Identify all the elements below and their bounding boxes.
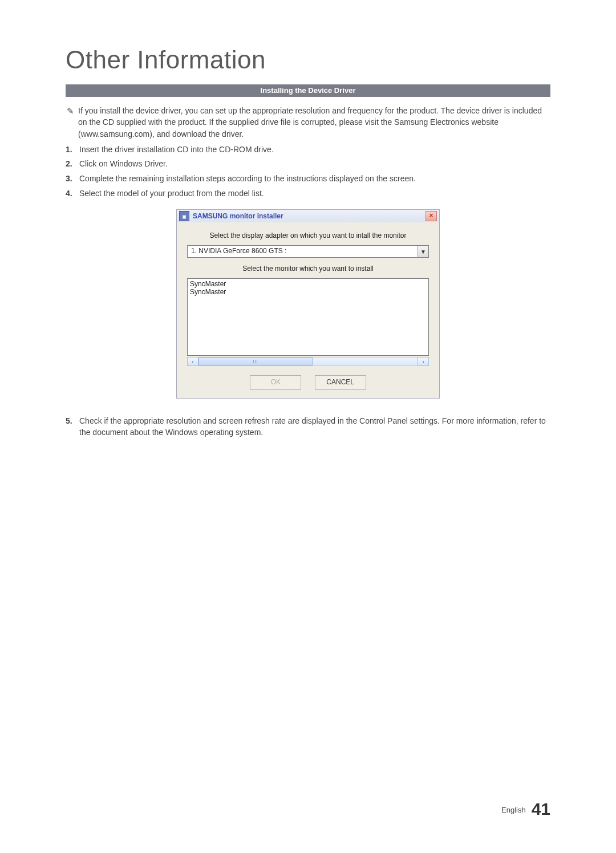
step-text: Insert the driver installation CD into t… — [79, 144, 550, 156]
note-icon: ✎ — [67, 105, 78, 117]
step-text: Check if the appropriate resolution and … — [79, 416, 550, 438]
dialog-titlebar: ▣ SAMSUNG monitor installer × — [177, 210, 439, 222]
app-icon: ▣ — [179, 211, 189, 221]
page-title: Other Information — [66, 46, 550, 74]
step-number: 4. — [66, 188, 79, 200]
adapter-label: Select the display adapter on which you … — [187, 231, 429, 239]
close-icon[interactable]: × — [425, 211, 437, 221]
step-number: 5. — [66, 416, 79, 438]
adapter-dropdown[interactable]: 1. NVIDIA GeForce 8600 GTS : ▼ — [187, 245, 429, 258]
list-item: 2. Click on Windows Driver. — [66, 159, 550, 170]
cancel-button[interactable]: CANCEL — [315, 375, 366, 390]
monitor-listbox[interactable]: SyncMaster SyncMaster — [187, 278, 429, 356]
adapter-dropdown-value: 1. NVIDIA GeForce 8600 GTS : — [188, 246, 418, 257]
dialog-title: SAMSUNG monitor installer — [193, 212, 283, 220]
monitor-label: Select the monitor which you want to ins… — [187, 265, 429, 273]
footer-language: English — [501, 806, 526, 814]
page-footer: English 41 — [501, 799, 550, 819]
step-number: 3. — [66, 173, 79, 185]
step-text: Click on Windows Driver. — [79, 159, 550, 170]
scroll-right-icon[interactable]: › — [418, 357, 429, 366]
list-item: 5. Check if the appropriate resolution a… — [66, 416, 550, 438]
list-item: 3. Complete the remaining installation s… — [66, 173, 550, 185]
step-number: 1. — [66, 144, 79, 156]
section-heading-bar: Installing the Device Driver — [66, 84, 550, 97]
step-text: Complete the remaining installation step… — [79, 173, 550, 185]
note-text: If you install the device driver, you ca… — [78, 105, 550, 140]
footer-page-number: 41 — [532, 799, 550, 818]
scroll-left-icon[interactable]: ‹ — [187, 357, 198, 366]
list-item: 4. Select the model of your product from… — [66, 188, 550, 200]
steps-list-cont: 5. Check if the appropriate resolution a… — [66, 416, 550, 438]
scroll-track[interactable] — [198, 357, 418, 366]
step-text: Select the model of your product from th… — [79, 188, 550, 200]
installer-dialog: ▣ SAMSUNG monitor installer × Select the… — [176, 209, 440, 399]
ok-button[interactable]: OK — [250, 375, 301, 390]
steps-list: 1. Insert the driver installation CD int… — [66, 144, 550, 199]
list-item[interactable]: SyncMaster — [190, 280, 426, 288]
chevron-down-icon[interactable]: ▼ — [418, 246, 428, 257]
note-row: ✎ If you install the device driver, you … — [66, 105, 550, 140]
horizontal-scrollbar[interactable]: ‹ › — [187, 357, 429, 366]
list-item[interactable]: SyncMaster — [190, 288, 426, 296]
list-item: 1. Insert the driver installation CD int… — [66, 144, 550, 156]
step-number: 2. — [66, 159, 79, 170]
scroll-thumb[interactable] — [198, 358, 313, 365]
